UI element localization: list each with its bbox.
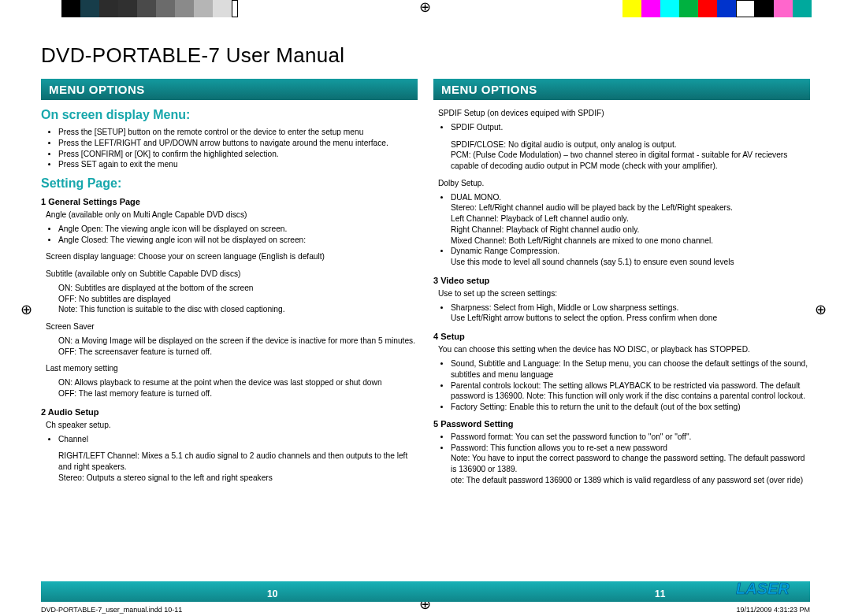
page-title: DVD-PORTABLE-7 User Manual	[41, 43, 810, 68]
channel-list: Channel	[41, 434, 418, 445]
colorbar-swatch	[622, 0, 641, 17]
screensaver-para: Screen Saver	[41, 321, 418, 332]
colorbar-swatch	[99, 0, 118, 17]
list-item: Factory Setting: Enable this to return t…	[451, 402, 810, 413]
angle-list: Angle Open: The viewing angle icon will …	[41, 224, 418, 246]
list-item: Parental controls lockout: The setting a…	[451, 380, 810, 403]
colorbar-swatch	[194, 0, 213, 17]
drc-list: Dynamic Range Compression.	[433, 246, 810, 257]
colorbar-swatch	[232, 0, 238, 17]
colorbar-swatch	[755, 0, 774, 17]
list-item: Angle Open: The viewing angle icon will …	[58, 224, 418, 235]
chspeaker-para: Ch speaker setup.	[41, 420, 418, 431]
svg-text:LASER: LASER	[736, 580, 790, 597]
setup-heading: 4 Setup	[433, 332, 810, 341]
dolby-right: Right Channel: Playback of Right channel…	[433, 225, 810, 236]
colorbar-swatch	[80, 0, 99, 17]
password-note: Note: You have to input the correct pass…	[433, 453, 810, 475]
setup-list: Sound, Subtitle and Language: In the Set…	[433, 358, 810, 413]
video-setup-heading: 3 Video setup	[433, 276, 810, 285]
list-item: Dynamic Range Compression.	[451, 246, 810, 257]
spdif-pcm: PCM: (Pulse Code Modulation) – two chann…	[433, 150, 810, 172]
registration-mark-icon: ⊕	[419, 0, 431, 16]
drc-note: Use this mode to level all sound channel…	[433, 257, 810, 268]
sharpness-note: Use Left/Right arrow buttons to select t…	[433, 313, 810, 324]
setup-para: You can choose this setting when the dev…	[433, 344, 810, 355]
screensaver-off: OFF: The screensaver feature is turned o…	[41, 347, 418, 358]
subtitle-on: ON: Subtitles are displayed at the botto…	[41, 283, 418, 294]
list-item: Sharpness: Select from High, Middle or L…	[451, 302, 810, 314]
dolby-left: Left Channel: Playback of Left channel a…	[433, 213, 810, 225]
lastmem-para: Last memory setting	[41, 363, 418, 374]
page-number-right: 11	[655, 588, 665, 599]
footer-bar: 10 11 LASER	[41, 581, 810, 602]
manual-spread: DVD-PORTABLE-7 User Manual MENU OPTIONS …	[41, 43, 810, 579]
video-para: Use to set up the screen settings:	[433, 288, 810, 299]
section-header-right: MENU OPTIONS	[433, 79, 810, 100]
colorbar-swatch	[736, 0, 755, 17]
colorbar-swatch	[213, 0, 232, 17]
dualmono-list: DUAL MONO.	[433, 192, 810, 203]
registration-mark-icon: ⊕	[815, 301, 827, 318]
colorbar-swatch	[660, 0, 679, 17]
colorbar-swatch	[39, 0, 61, 17]
right-page: MENU OPTIONS SPDIF Setup (on devices equ…	[433, 79, 810, 486]
list-item: DUAL MONO.	[451, 192, 810, 203]
indesign-meta: DVD-PORTABLE-7_user_manual.indd 10-11 19…	[41, 606, 810, 614]
subtitle-para: Subtitle (available only on Subtitle Cap…	[41, 269, 418, 280]
setting-page-heading: Setting Page:	[41, 176, 418, 191]
colorbar-swatch	[118, 0, 137, 17]
subtitle-note: Note: This function is suitable to the d…	[41, 304, 418, 315]
osd-instructions-list: Press the [SETUP] button on the remote c…	[41, 127, 418, 170]
list-item: Press SET again to exit the menu	[58, 159, 418, 170]
list-item: Press the [SETUP] button on the remote c…	[58, 127, 418, 138]
colorbar-swatch	[793, 0, 812, 17]
list-item: Channel	[58, 434, 418, 445]
laser-logo: LASER	[736, 577, 802, 600]
lastmem-on: ON: Allows playback to resume at the poi…	[41, 377, 418, 388]
spdif-close: SPDIF/CLOSE: No digital audio is output,…	[433, 139, 810, 150]
colorbar-swatch	[698, 0, 717, 17]
list-item: Password: This function allows you to re…	[451, 443, 810, 454]
meta-filename: DVD-PORTABLE-7_user_manual.indd 10-11	[41, 606, 182, 614]
spdif-list: SPDIF Output.	[433, 122, 810, 133]
channel-rl: RIGHT/LEFT Channel: Mixes a 5.1 ch audio…	[41, 451, 418, 473]
left-page: MENU OPTIONS On screen display Menu: Pre…	[41, 79, 418, 486]
spdif-para: SPDIF Setup (on devices equiped with SPD…	[433, 108, 810, 119]
channel-stereo: Stereo: Outputs a stereo signal to the l…	[41, 473, 418, 484]
audio-setup-heading: 2 Audio Setup	[41, 407, 418, 417]
section-header-left: MENU OPTIONS	[41, 79, 418, 100]
list-item: Press [CONFIRM] or [OK] to confirm the h…	[58, 149, 418, 160]
screensaver-on: ON: a Moving Image will be displayed on …	[41, 336, 418, 347]
registration-mark-icon: ⊕	[20, 301, 32, 318]
meta-timestamp: 19/11/2009 4:31:23 PM	[736, 606, 810, 614]
onscreen-menu-heading: On screen display Menu:	[41, 108, 418, 122]
lastmem-off: OFF: The last memory feature is turned o…	[41, 388, 418, 399]
dolby-stereo: Stereo: Left/Right channel audio will be…	[433, 202, 810, 213]
sharpness-list: Sharpness: Select from High, Middle or L…	[433, 302, 810, 314]
dolby-mixed: Mixed Channel: Both Left/Right channels …	[433, 236, 810, 247]
colorbar-swatch	[137, 0, 156, 17]
colorbar-swatch	[61, 0, 80, 17]
list-item: Angle Closed: The viewing angle icon wil…	[58, 235, 418, 246]
colorbar-swatch	[717, 0, 736, 17]
password-list: Password format: You can set the passwor…	[433, 432, 810, 454]
password-override-note: ote: The default password 136900 or 1389…	[433, 475, 810, 486]
general-settings-heading: 1 General Settings Page	[41, 197, 418, 206]
password-heading: 5 Password Setting	[433, 419, 810, 429]
language-para: Screen display language: Choose your on …	[41, 251, 418, 262]
page-number-left: 10	[267, 588, 277, 599]
list-item: Press the LEFT/RIGHT and UP/DOWN arrow b…	[58, 138, 418, 149]
angle-para: Angle (available only on Multi Angle Cap…	[41, 210, 418, 221]
colorbar-swatch	[641, 0, 660, 17]
colorbar-swatch	[774, 0, 793, 17]
list-item: Password format: You can set the passwor…	[451, 432, 810, 443]
colorbar-swatch	[679, 0, 698, 17]
colorbar-swatch	[156, 0, 175, 17]
subtitle-off: OFF: No subtitles are displayed	[41, 294, 418, 305]
colorbar-swatch	[175, 0, 194, 17]
dolby-para: Dolby Setup.	[433, 178, 810, 189]
list-item: SPDIF Output.	[451, 122, 810, 133]
list-item: Sound, Subtitle and Language: In the Set…	[451, 358, 810, 380]
